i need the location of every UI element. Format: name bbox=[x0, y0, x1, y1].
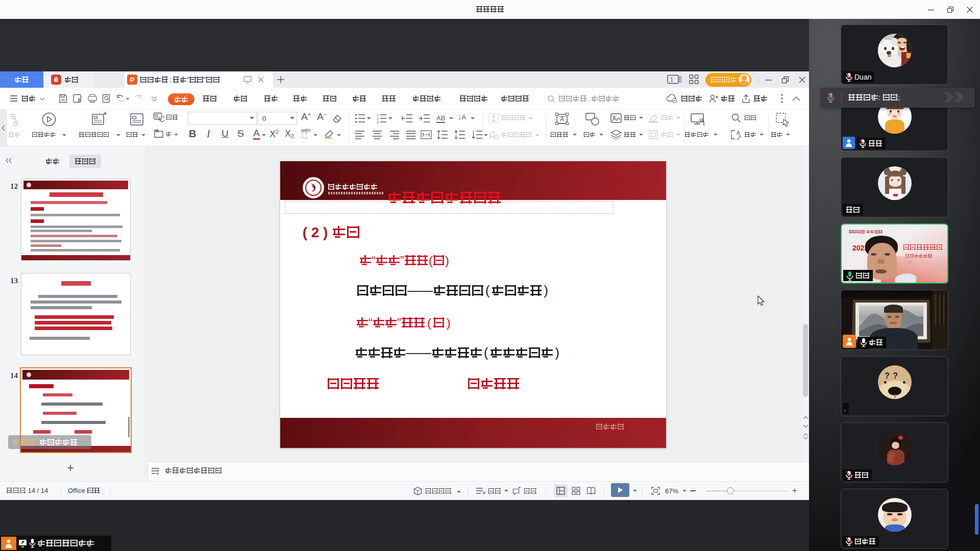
svg-text:P: P bbox=[130, 76, 135, 84]
svg-text:A: A bbox=[560, 116, 564, 123]
svg-text:1: 1 bbox=[670, 77, 673, 83]
svg-text:B: B bbox=[739, 134, 741, 139]
svg-text:2: 2 bbox=[377, 117, 379, 120]
svg-text:3: 3 bbox=[377, 120, 379, 124]
